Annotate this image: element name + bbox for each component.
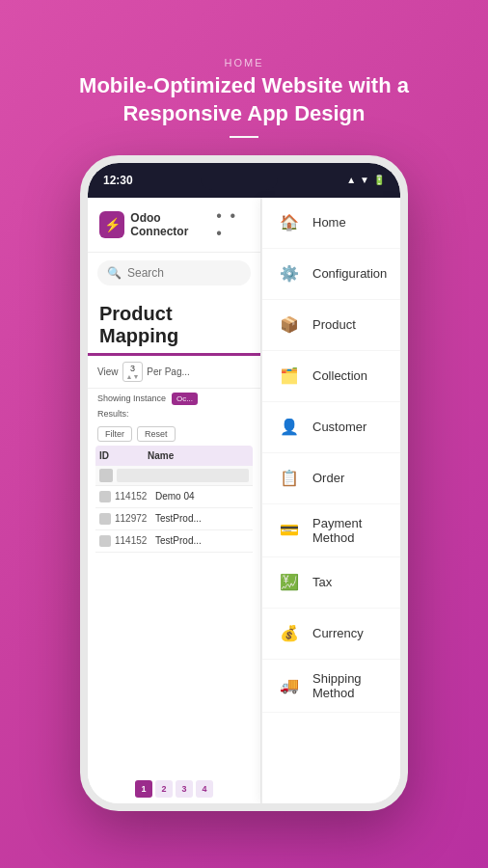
menu-item-collection[interactable]: 🗂️ Collection <box>262 351 400 402</box>
menu-icon-collection: 🗂️ <box>276 363 303 390</box>
instance-row: Showing Instance Oc... <box>88 389 260 409</box>
menu-icon-configuration: ⚙️ <box>276 260 303 287</box>
menu-label: Order <box>312 471 344 485</box>
notch <box>201 171 278 190</box>
app-title-label: Odoo Connector <box>130 211 216 238</box>
instance-badge[interactable]: Oc... <box>172 393 198 405</box>
menu-item-tax[interactable]: 💹 Tax <box>262 557 400 609</box>
app-logo-icon: ⚡ <box>99 211 124 238</box>
left-panel: ⚡ Odoo Connector • • • 🔍 Product Mapping… <box>88 198 261 803</box>
menu-icon-currency: 💰 <box>276 620 303 647</box>
menu-item-configuration[interactable]: ⚙️ Configuration <box>262 249 400 300</box>
clock: 12:30 <box>103 174 133 187</box>
menu-icon-customer: 👤 <box>276 414 303 441</box>
row-name: TestProd... <box>155 513 249 524</box>
row-name: Demo 04 <box>155 491 249 502</box>
table-rows: 114152 Demo 04 112972 TestProd... 114152… <box>95 486 253 553</box>
view-controls: View 3 ▲▼ Per Pag... <box>88 356 260 389</box>
filter-row: Filter Reset <box>88 422 260 446</box>
home-label: HOME <box>79 57 409 68</box>
table-filter-checkbox <box>99 469 113 482</box>
page-btn-1[interactable]: 1 <box>135 780 152 798</box>
menu-item-currency[interactable]: 💰 Currency <box>262 609 400 660</box>
page-btn-4[interactable]: 4 <box>196 780 213 798</box>
status-bar: 12:30 ▲ ▼ 🔋 <box>88 163 400 198</box>
row-id: 112972 <box>115 513 151 524</box>
row-checkbox[interactable] <box>99 535 111 547</box>
app-header: ⚡ Odoo Connector • • • <box>88 198 260 253</box>
menu-label: Customer <box>312 420 366 434</box>
results-row: Results: <box>88 409 260 422</box>
menu-item-home[interactable]: 🏠 Home <box>262 198 400 249</box>
menu-item-customer[interactable]: 👤 Customer <box>262 402 400 453</box>
menu-label: Product <box>312 317 356 332</box>
menu-label: Tax <box>312 575 332 589</box>
table-header: ID Name <box>95 446 253 466</box>
menu-icon-home: 🏠 <box>276 209 303 236</box>
menu-label: Payment Method <box>312 516 387 545</box>
header-dots[interactable]: • • • <box>216 207 249 242</box>
table-filter-input[interactable] <box>117 469 249 482</box>
menu-icon-tax: 💹 <box>276 569 303 596</box>
menu-label: Currency <box>312 626 364 640</box>
table-filter-row <box>95 466 253 486</box>
page-header: HOME Mobile-Optimized Website with a Res… <box>79 57 409 137</box>
menu-item-payment-method[interactable]: 💳 Payment Method <box>262 504 400 557</box>
filter-button[interactable]: Filter <box>97 426 132 442</box>
table-row[interactable]: 114152 Demo 04 <box>95 486 253 508</box>
row-checkbox[interactable] <box>99 513 111 525</box>
col-header-id: ID <box>99 450 148 461</box>
menu-label: Home <box>312 215 346 230</box>
row-name: TestProd... <box>155 535 249 546</box>
page-title: Mobile-Optimized Website with a Responsi… <box>79 72 409 127</box>
row-id: 114152 <box>115 491 151 502</box>
row-id: 114152 <box>115 535 151 546</box>
search-bar[interactable]: 🔍 <box>97 260 251 285</box>
title-divider <box>230 136 258 138</box>
menu-icon-shipping-method: 🚚 <box>276 672 303 699</box>
pagination: 1234 <box>88 774 260 803</box>
menu-item-product[interactable]: 📦 Product <box>262 300 400 351</box>
menu-icon-order: 📋 <box>276 465 303 492</box>
phone-frame: 12:30 ▲ ▼ 🔋 ⚡ Odoo Connector • • • 🔍 <box>80 155 408 811</box>
menu-label: Collection <box>312 368 367 383</box>
table-row[interactable]: 114152 TestProd... <box>95 530 253 553</box>
menu-icon-product: 📦 <box>276 312 303 339</box>
page-btn-3[interactable]: 3 <box>176 780 193 798</box>
menu-icon-payment-method: 💳 <box>276 517 303 544</box>
page-btn-2[interactable]: 2 <box>155 780 173 798</box>
row-checkbox[interactable] <box>99 491 111 502</box>
logo-area: ⚡ Odoo Connector <box>99 211 216 238</box>
status-icons: ▲ ▼ 🔋 <box>346 175 385 185</box>
per-page-stepper[interactable]: 3 ▲▼ <box>122 362 144 382</box>
col-header-name: Name <box>148 450 249 461</box>
search-icon: 🔍 <box>107 266 122 280</box>
product-mapping-line1: Product Mapping <box>99 303 249 347</box>
right-menu-panel: 🏠 Home ⚙️ Configuration 📦 Product 🗂️ Col… <box>261 198 400 803</box>
menu-label: Configuration <box>312 266 387 281</box>
product-mapping-title: Product Mapping <box>88 293 260 356</box>
reset-button[interactable]: Reset <box>137 426 176 442</box>
search-input[interactable] <box>127 266 241 280</box>
menu-item-shipping-method[interactable]: 🚚 Shipping Method <box>262 660 400 713</box>
table-row[interactable]: 112972 TestProd... <box>95 508 253 530</box>
table-area: ID Name 114152 Demo 04 112972 TestProd..… <box>88 446 260 774</box>
menu-label: Shipping Method <box>312 671 387 700</box>
menu-item-order[interactable]: 📋 Order <box>262 453 400 504</box>
phone-content: ⚡ Odoo Connector • • • 🔍 Product Mapping… <box>88 198 400 803</box>
